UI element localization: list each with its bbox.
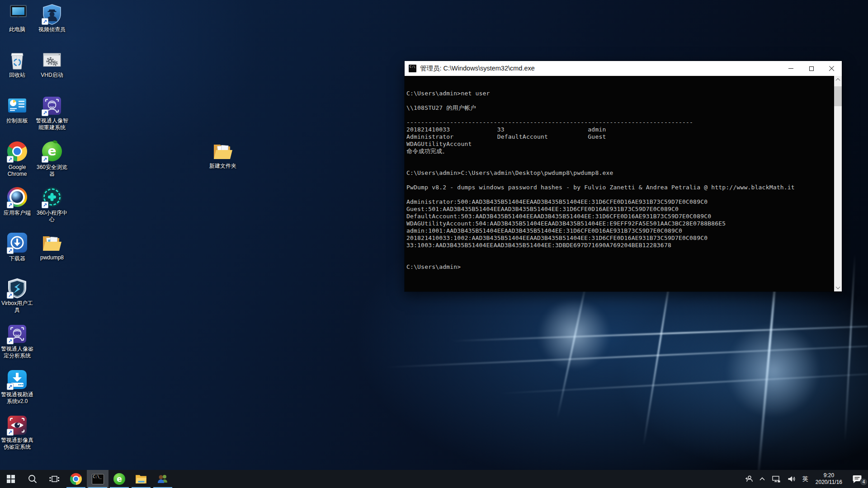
- minimize-icon: [788, 68, 793, 69]
- search-button[interactable]: [22, 470, 43, 488]
- system-tray: 英 9:20 2020/11/16 4: [741, 470, 868, 488]
- task-view-icon: [49, 474, 60, 484]
- cmd-titlebar[interactable]: C:\ 管理员: C:\Windows\system32\cmd.exe: [405, 61, 842, 76]
- wallpaper-glow: [723, 325, 823, 416]
- blue-drive-download-icon: [6, 369, 28, 390]
- wallpaper-beam: [452, 326, 868, 342]
- window-gears-icon: [41, 49, 63, 71]
- control-panel-icon: [6, 95, 28, 117]
- clock[interactable]: 9:20 2020/11/16: [811, 470, 846, 488]
- desktop-icon-recycle-bin[interactable]: 回收站: [0, 49, 34, 79]
- close-icon: [829, 66, 835, 71]
- shortcut-arrow-icon: [7, 429, 14, 436]
- shortcut-arrow-icon: [7, 202, 14, 208]
- search-icon: [28, 474, 38, 484]
- desktop-icon-label: 警视通人像智能重建系统: [35, 117, 69, 131]
- desktop-icon-label: 视频侦查员: [35, 26, 69, 33]
- desktop-icon-face-rebuild-system[interactable]: 警视通人像智能重建系统: [35, 95, 69, 131]
- wallpaper-beam: [384, 346, 868, 368]
- desktop-icon-video-investigator[interactable]: 视频侦查员: [35, 4, 69, 33]
- desktop-icon-pwdump8-folder[interactable]: pwdump8: [35, 232, 69, 261]
- shortcut-arrow-icon: [7, 383, 14, 390]
- network-tray-button[interactable]: [769, 470, 784, 488]
- shortcut-arrow-icon: [42, 202, 48, 208]
- desktop-icon-virbox-tools[interactable]: Virbox用户工具: [0, 277, 34, 314]
- action-center-button[interactable]: 4: [846, 470, 868, 488]
- download-arrow-icon: [6, 233, 28, 254]
- taskbar-360-browser-button[interactable]: e: [108, 470, 130, 488]
- desktop-icon-360-mini-program[interactable]: 360小程序中心: [35, 186, 69, 223]
- scroll-up-button[interactable]: [834, 76, 842, 84]
- recycle-bin-icon: [6, 49, 28, 71]
- wallpaper-beam: [844, 253, 856, 443]
- purple-face-scan-icon: [6, 323, 28, 345]
- file-explorer-icon: [135, 474, 147, 484]
- windows-logo-icon: [7, 475, 15, 483]
- person-icon: [745, 475, 753, 483]
- terminal-body[interactable]: C:\Users\admin>net user \\108STU27 的用户帐户…: [405, 76, 842, 291]
- desktop-icon-vhd-boot[interactable]: VHD启动: [35, 49, 69, 79]
- task-view-button[interactable]: [43, 470, 65, 488]
- clock-time: 9:20: [824, 472, 834, 479]
- cmd-app-icon: C:\: [409, 65, 416, 72]
- tray-overflow-button[interactable]: [756, 470, 769, 488]
- desktop-icon-new-folder[interactable]: 新建文件夹: [206, 140, 240, 169]
- shortcut-arrow-icon: [7, 156, 14, 163]
- desktop-icon-label: VHD启动: [35, 72, 69, 79]
- red-eye-scan-icon: [6, 414, 28, 436]
- desktop-icon-google-chrome[interactable]: Google Chrome: [0, 141, 34, 178]
- chevron-down-icon: [836, 285, 840, 289]
- desktop-icon-label: pwdump8: [35, 254, 69, 261]
- wallpaper-beam: [557, 272, 590, 419]
- desktop-icon-face-identify-system[interactable]: 警视通人像鉴定分析系统: [0, 323, 34, 359]
- ime-indicator[interactable]: 英: [799, 470, 811, 488]
- desktop-icon-control-panel[interactable]: 控制面板: [0, 95, 34, 124]
- purple-face-scan-icon: [41, 95, 63, 117]
- terminal-scrollbar[interactable]: [834, 76, 842, 291]
- scroll-down-button[interactable]: [834, 284, 842, 291]
- scrollbar-thumb[interactable]: [834, 86, 842, 106]
- rainbow-lens-icon: [6, 187, 28, 209]
- desktop-icon-label: 警视通影像真伪鉴定系统: [0, 437, 34, 450]
- minimize-button[interactable]: [781, 61, 801, 76]
- taskbar-cmd-button[interactable]: C:\_: [87, 470, 108, 488]
- desktop-icon-scene-survey-system[interactable]: 警视通视勘通系统v2.0: [0, 369, 34, 405]
- notification-badge: 4: [860, 478, 868, 486]
- desktop-icon-image-forensic-system[interactable]: 警视通影像真伪鉴定系统: [0, 414, 34, 450]
- desktop-icon-label: 回收站: [0, 72, 34, 79]
- maximize-icon: [809, 66, 814, 71]
- desktop-icon-label: Virbox用户工具: [0, 300, 34, 314]
- taskbar: C:\_ e 英 9:20 2020/11/16 4: [0, 470, 868, 488]
- start-button[interactable]: [0, 470, 22, 488]
- green-e-browser-icon: e: [113, 473, 125, 485]
- desktop-icon-downloader[interactable]: 下载器: [0, 232, 34, 262]
- desktop-icon-this-pc[interactable]: 此电脑: [0, 4, 34, 33]
- shortcut-arrow-icon: [7, 338, 14, 344]
- teal-clover-icon: [41, 187, 63, 209]
- desktop-icon-app-client[interactable]: 应用客户端: [0, 186, 34, 216]
- volume-tray-button[interactable]: [784, 470, 799, 488]
- chrome-icon: [6, 141, 28, 163]
- desktop-icon-label: 警视通视勘通系统v2.0: [0, 391, 34, 405]
- cmd-window: C:\ 管理员: C:\Windows\system32\cmd.exe C:\…: [405, 61, 842, 291]
- speaker-icon: [787, 475, 796, 483]
- silver-shield-icon: [6, 277, 28, 299]
- folder-open-icon: [212, 140, 234, 162]
- terminal-output: C:\Users\admin>net user \\108STU27 的用户帐户…: [405, 76, 834, 291]
- taskbar-file-explorer-button[interactable]: [130, 470, 152, 488]
- wallpaper-glow: [536, 300, 613, 368]
- taskbar-people-button[interactable]: [152, 470, 174, 488]
- close-button[interactable]: [821, 61, 842, 76]
- desktop-icon-label: 新建文件夹: [206, 163, 240, 169]
- police-shield-icon: [41, 4, 63, 25]
- cmd-icon: C:\_: [92, 474, 104, 484]
- clock-date: 2020/11/16: [816, 479, 842, 486]
- desktop-icon-label: 此电脑: [0, 26, 34, 33]
- chevron-up-icon: [836, 78, 840, 83]
- people-tray-button[interactable]: [741, 470, 756, 488]
- maximize-button[interactable]: [801, 61, 821, 76]
- folder-icon: [41, 232, 63, 253]
- desktop-icon-360-browser[interactable]: e 360安全浏览器: [35, 141, 69, 178]
- chevron-up-icon: [759, 476, 765, 482]
- taskbar-chrome-button[interactable]: [65, 470, 87, 488]
